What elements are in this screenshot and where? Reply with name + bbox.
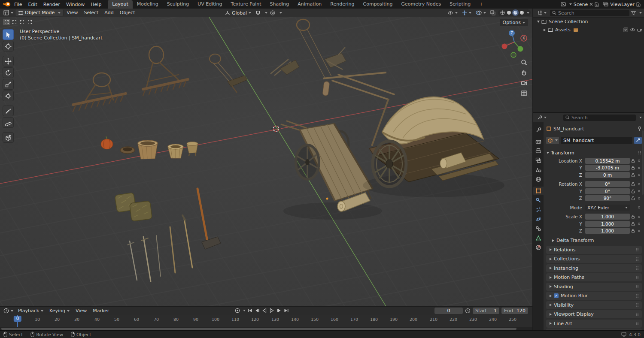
id-type-button[interactable] (546, 137, 559, 144)
lock-icon[interactable] (630, 229, 636, 233)
camera-view-button[interactable] (520, 79, 528, 87)
outliner-editor-type-button[interactable] (535, 9, 548, 16)
jump-to-start-button[interactable] (246, 308, 253, 314)
panel-visibility[interactable]: Visibility (546, 301, 642, 309)
transform-panel-header[interactable]: Transform (546, 148, 642, 157)
basket-round-model[interactable] (168, 144, 183, 158)
select-mode-subtract-button[interactable] (18, 19, 26, 25)
next-keyframe-button[interactable] (276, 308, 282, 314)
cursor-tool[interactable] (3, 41, 14, 51)
lock-icon[interactable] (630, 173, 636, 177)
snap-toggle[interactable] (254, 9, 262, 16)
panel-shading[interactable]: Shading (546, 283, 642, 291)
menu-render[interactable]: Render (40, 0, 63, 9)
shading-material-button[interactable] (512, 9, 519, 16)
lock-icon[interactable] (630, 214, 636, 219)
lock-icon[interactable] (630, 159, 636, 163)
playhead-marker[interactable]: 0 (14, 316, 21, 322)
scale-z-field[interactable]: 1.000 (585, 228, 630, 234)
scene-selector[interactable]: Scene (561, 2, 599, 7)
animate-dot[interactable] (636, 216, 642, 218)
shading-solid-button[interactable] (506, 9, 512, 16)
tab-scene[interactable] (533, 166, 544, 174)
animate-dot[interactable] (636, 183, 642, 185)
menu-playback[interactable]: Playback (15, 307, 46, 315)
panel-instancing[interactable]: Instancing (546, 264, 642, 272)
shading-rendered-button[interactable] (519, 9, 525, 16)
workspace-tab-geometry-nodes[interactable]: Geometry Nodes (397, 0, 445, 9)
tab-particles[interactable] (533, 205, 544, 214)
new-scene-icon[interactable] (595, 2, 599, 7)
add-workspace-button[interactable]: + (475, 0, 487, 9)
visibility-dropdown[interactable] (446, 9, 459, 16)
selectable-checkbox[interactable] (623, 27, 628, 32)
jump-to-end-button[interactable] (283, 308, 289, 314)
animate-dot[interactable] (636, 174, 642, 176)
collapse-arrow-icon[interactable] (537, 21, 540, 23)
select-mode-set-button[interactable] (3, 19, 10, 25)
lock-icon[interactable] (630, 166, 636, 170)
basket-large-model[interactable] (138, 140, 158, 159)
expand-arrow-icon[interactable] (544, 29, 546, 31)
workspace-tab-animation[interactable]: Animation (293, 0, 326, 9)
viewlayer-selector[interactable]: ViewLayer (603, 2, 641, 7)
workspace-tab-shading[interactable]: Shading (266, 0, 294, 9)
timeline-editor-type-button[interactable] (2, 308, 15, 314)
animate-dot[interactable] (636, 167, 642, 169)
panel-delta-transform[interactable]: Delta Transform (549, 236, 642, 244)
pan-hand-button[interactable] (520, 69, 528, 76)
menu-edit[interactable]: Edit (25, 0, 40, 9)
auto-keying-caret[interactable] (243, 310, 246, 311)
viewport-3d[interactable]: User Perspective (0) Scene Collection | … (0, 17, 532, 306)
scale-x-field[interactable]: 1.000 (585, 214, 630, 220)
outliner-search[interactable] (550, 10, 629, 16)
location-y-field[interactable]: -3.0705 m (585, 165, 630, 171)
animate-dot[interactable] (636, 206, 642, 208)
properties-search[interactable] (563, 115, 636, 121)
workspace-tab-texture-paint[interactable]: Texture Paint (227, 0, 266, 9)
rotation-y-field[interactable]: 0° (585, 188, 630, 194)
select-box-tool[interactable] (3, 29, 14, 40)
workspace-tab-sculpting[interactable]: Sculpting (163, 0, 193, 9)
snap-dropdown-caret[interactable] (265, 12, 267, 14)
workspace-tab-scripting[interactable]: Scripting (445, 0, 475, 9)
measure-tool[interactable] (3, 117, 14, 128)
library-override-icon[interactable] (634, 137, 642, 144)
render-camera-icon[interactable] (637, 28, 642, 32)
menu-timeline-view[interactable]: View (73, 307, 90, 315)
menu-help[interactable]: Help (88, 0, 104, 9)
menu-object[interactable]: Object (117, 9, 138, 17)
blender-logo-icon[interactable] (3, 1, 11, 7)
gizmos-dropdown[interactable] (460, 9, 473, 16)
scrollbar-thumb[interactable] (1, 328, 516, 330)
lock-icon[interactable] (630, 182, 636, 186)
transform-orientation-dropdown[interactable]: Global (223, 9, 253, 16)
tab-world[interactable] (533, 175, 544, 184)
rotation-x-field[interactable]: 0° (585, 181, 630, 187)
panel-relations[interactable]: Relations (546, 246, 642, 254)
properties-options-caret[interactable] (639, 117, 642, 118)
tab-render[interactable] (533, 137, 544, 146)
hide-eye-icon[interactable] (630, 28, 635, 32)
animate-dot[interactable] (636, 223, 642, 225)
rotate-tool[interactable] (3, 67, 14, 78)
outliner-options-caret[interactable] (639, 12, 642, 14)
panel-viewport-display[interactable]: Viewport Display (546, 310, 642, 318)
location-z-field[interactable]: 0 m (585, 172, 630, 178)
location-x-field[interactable]: 0.15542 m (585, 158, 630, 164)
frame-start-field[interactable]: Start1 (473, 308, 499, 314)
unlink-scene-icon[interactable] (589, 3, 593, 6)
workspace-tab-rendering[interactable]: Rendering (326, 0, 358, 9)
lock-icon[interactable] (630, 189, 636, 193)
gizmo-y-axis[interactable] (518, 46, 523, 52)
animate-dot[interactable] (636, 190, 642, 192)
animate-dot[interactable] (636, 230, 642, 232)
scale-tool[interactable] (3, 79, 14, 90)
menu-keying[interactable]: Keying (46, 307, 73, 315)
move-tool[interactable] (3, 56, 14, 66)
animate-dot[interactable] (636, 160, 642, 162)
tab-physics[interactable] (533, 215, 544, 223)
current-frame-field[interactable]: 0 (434, 308, 463, 314)
viewport-options-dropdown[interactable]: Options (500, 19, 528, 26)
menu-view[interactable]: View (64, 9, 81, 17)
